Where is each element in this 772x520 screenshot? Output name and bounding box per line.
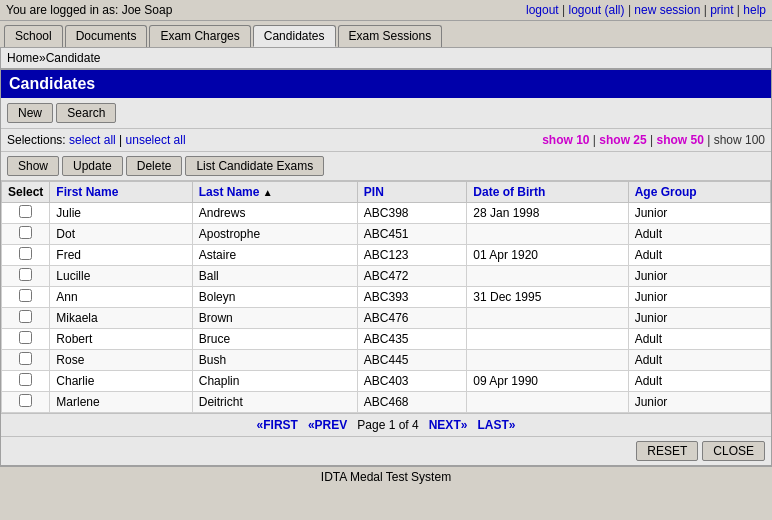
cell-dob: 09 Apr 1990 <box>467 371 628 392</box>
checkbox-cell <box>2 308 50 329</box>
table-row: AnnBoleynABC39331 Dec 1995Junior <box>2 287 771 308</box>
table-row: DotApostropheABC451Adult <box>2 224 771 245</box>
checkbox-cell <box>2 266 50 287</box>
sort-pin-link[interactable]: PIN <box>364 185 384 199</box>
last-page-link[interactable]: LAST» <box>477 418 515 432</box>
nav-tabs: SchoolDocumentsExam ChargesCandidatesExa… <box>0 21 772 47</box>
page-info: Page 1 of 4 <box>357 418 418 432</box>
first-page-link[interactable]: «FIRST <box>257 418 298 432</box>
col-lastname: Last Name ▲ <box>192 182 357 203</box>
row-checkbox[interactable] <box>19 289 32 302</box>
cell-pin: ABC393 <box>357 287 467 308</box>
cell-age-group: Junior <box>628 266 770 287</box>
new-session-link[interactable]: new session <box>634 3 700 17</box>
row-checkbox[interactable] <box>19 268 32 281</box>
cell-last-name: Astaire <box>192 245 357 266</box>
show-100-text: show 100 <box>714 133 765 147</box>
reset-button[interactable]: RESET <box>636 441 698 461</box>
cell-first-name: Mikaela <box>50 308 192 329</box>
logout-all-link[interactable]: logout (all) <box>569 3 625 17</box>
checkbox-cell <box>2 392 50 413</box>
footer: IDTA Medal Test System <box>0 466 772 487</box>
show-50-link[interactable]: show 50 <box>656 133 703 147</box>
cell-dob <box>467 266 628 287</box>
delete-button[interactable]: Delete <box>126 156 183 176</box>
unselect-all-link[interactable]: unselect all <box>126 133 186 147</box>
show-25-link[interactable]: show 25 <box>599 133 646 147</box>
cell-last-name: Andrews <box>192 203 357 224</box>
search-button[interactable]: Search <box>56 103 116 123</box>
sort-agegroup-link[interactable]: Age Group <box>635 185 697 199</box>
row-checkbox[interactable] <box>19 205 32 218</box>
close-button[interactable]: CLOSE <box>702 441 765 461</box>
logged-in-text: You are logged in as: Joe Soap <box>6 3 172 17</box>
selections-left: Selections: select all | unselect all <box>7 133 186 147</box>
cell-pin: ABC472 <box>357 266 467 287</box>
cell-age-group: Adult <box>628 329 770 350</box>
checkbox-cell <box>2 224 50 245</box>
select-all-link[interactable]: select all <box>69 133 116 147</box>
sort-dob-link[interactable]: Date of Birth <box>473 185 545 199</box>
sort-firstname-link[interactable]: First Name <box>56 185 118 199</box>
nav-tab-documents[interactable]: Documents <box>65 25 148 47</box>
cell-first-name: Ann <box>50 287 192 308</box>
nav-tab-exam-charges[interactable]: Exam Charges <box>149 25 250 47</box>
cell-pin: ABC398 <box>357 203 467 224</box>
prev-page-link[interactable]: «PREV <box>308 418 347 432</box>
list-exams-button[interactable]: List Candidate Exams <box>185 156 324 176</box>
cell-last-name: Deitricht <box>192 392 357 413</box>
table-body: JulieAndrewsABC39828 Jan 1998JuniorDotAp… <box>2 203 771 413</box>
checkbox-cell <box>2 203 50 224</box>
table-row: MikaelaBrownABC476Junior <box>2 308 771 329</box>
row-checkbox[interactable] <box>19 226 32 239</box>
checkbox-cell <box>2 350 50 371</box>
checkbox-cell <box>2 245 50 266</box>
cell-pin: ABC451 <box>357 224 467 245</box>
selections-bar: Selections: select all | unselect all sh… <box>1 129 771 152</box>
cell-last-name: Chaplin <box>192 371 357 392</box>
cell-dob <box>467 224 628 245</box>
row-checkbox[interactable] <box>19 352 32 365</box>
logout-link[interactable]: logout <box>526 3 559 17</box>
show-10-link[interactable]: show 10 <box>542 133 589 147</box>
cell-first-name: Fred <box>50 245 192 266</box>
cell-dob <box>467 350 628 371</box>
cell-age-group: Junior <box>628 308 770 329</box>
cell-age-group: Adult <box>628 224 770 245</box>
table-row: RoseBushABC445Adult <box>2 350 771 371</box>
cell-pin: ABC403 <box>357 371 467 392</box>
cell-first-name: Julie <box>50 203 192 224</box>
update-button[interactable]: Update <box>62 156 123 176</box>
col-firstname: First Name <box>50 182 192 203</box>
row-checkbox[interactable] <box>19 331 32 344</box>
sort-lastname-link[interactable]: Last Name <box>199 185 260 199</box>
print-link[interactable]: print <box>710 3 733 17</box>
table-row: FredAstaireABC12301 Apr 1920Adult <box>2 245 771 266</box>
cell-pin: ABC445 <box>357 350 467 371</box>
cell-pin: ABC476 <box>357 308 467 329</box>
show-links: show 10 | show 25 | show 50 | show 100 <box>542 133 765 147</box>
cell-dob <box>467 392 628 413</box>
cell-first-name: Robert <box>50 329 192 350</box>
nav-tab-exam-sessions[interactable]: Exam Sessions <box>338 25 443 47</box>
top-bar-right: logout | logout (all) | new session | pr… <box>526 3 766 17</box>
cell-dob <box>467 329 628 350</box>
row-checkbox[interactable] <box>19 310 32 323</box>
nav-tab-candidates[interactable]: Candidates <box>253 25 336 47</box>
col-agegroup: Age Group <box>628 182 770 203</box>
checkbox-cell <box>2 287 50 308</box>
pagination: «FIRST «PREV Page 1 of 4 NEXT» LAST» <box>1 413 771 436</box>
next-page-link[interactable]: NEXT» <box>429 418 468 432</box>
toolbar: Show Update Delete List Candidate Exams <box>1 152 771 181</box>
row-checkbox[interactable] <box>19 373 32 386</box>
table-row: RobertBruceABC435Adult <box>2 329 771 350</box>
row-checkbox[interactable] <box>19 394 32 407</box>
cell-dob: 01 Apr 1920 <box>467 245 628 266</box>
cell-last-name: Ball <box>192 266 357 287</box>
help-link[interactable]: help <box>743 3 766 17</box>
cell-first-name: Marlene <box>50 392 192 413</box>
new-button[interactable]: New <box>7 103 53 123</box>
nav-tab-school[interactable]: School <box>4 25 63 47</box>
show-button[interactable]: Show <box>7 156 59 176</box>
row-checkbox[interactable] <box>19 247 32 260</box>
